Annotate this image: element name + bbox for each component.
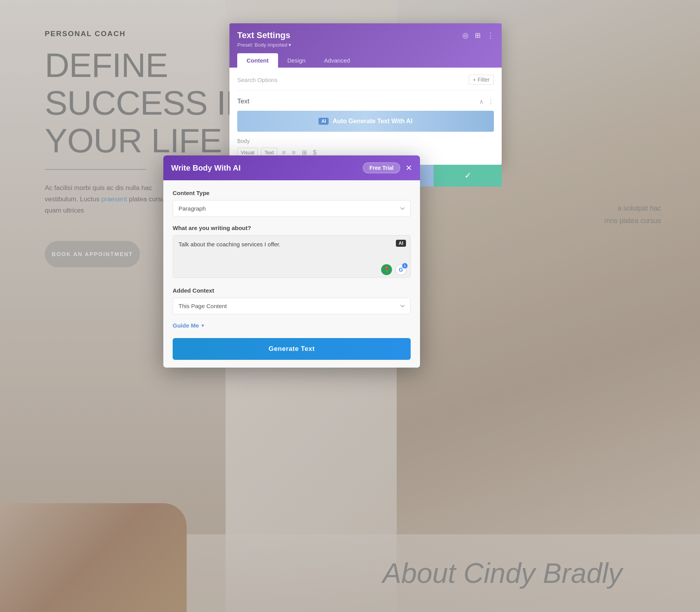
dialog-header: Write Body With AI Free Trial ✕ (163, 155, 420, 180)
collapse-icon[interactable]: ∧ (479, 98, 484, 105)
textarea-bottom-icons: 📍 G 1 (381, 264, 407, 275)
tab-content[interactable]: Content (237, 53, 278, 68)
dialog-close-button[interactable]: ✕ (406, 163, 412, 173)
tab-design[interactable]: Design (278, 53, 315, 68)
search-options[interactable]: Search Options (237, 77, 277, 83)
content-type-select[interactable]: Paragraph List Heading Quote (173, 200, 411, 217)
write-ai-dialog: Write Body With AI Free Trial ✕ Content … (163, 155, 420, 368)
text-section-header: Text ∧ ⋮ (237, 98, 494, 105)
text-section-icons: ∧ ⋮ (479, 98, 494, 105)
text-settings-panel: Text Settings ◎ ⊞ ⋮ Preset: Body importe… (229, 23, 502, 165)
guide-me-row: Guide Me ▾ (173, 322, 411, 329)
context-select[interactable]: This Page Content None Custom (173, 298, 411, 314)
ai-generate-button[interactable]: AI Auto Generate Text With AI (237, 111, 494, 132)
dialog-title: Write Body With AI (171, 164, 241, 173)
panel-header-top: Text Settings ◎ ⊞ ⋮ (237, 30, 494, 40)
panel-tabs: Content Design Advanced (237, 53, 494, 68)
guide-me-link[interactable]: Guide Me (173, 322, 199, 329)
generate-text-button[interactable]: Generate Text (173, 338, 411, 360)
dialog-header-right: Free Trial ✕ (363, 162, 412, 173)
tab-advanced[interactable]: Advanced (315, 53, 359, 68)
grid-icon[interactable]: ⊞ (475, 31, 481, 40)
filter-button[interactable]: + Filter (469, 75, 494, 85)
panel-preset[interactable]: Preset: Body imported ▾ (237, 42, 494, 48)
dialog-body: Content Type Paragraph List Heading Quot… (163, 180, 420, 368)
more2-icon[interactable]: ⋮ (488, 98, 494, 105)
text-section-title: Text (237, 98, 249, 105)
writing-about-label: What are you writing about? (173, 225, 411, 231)
g-badge: 1 (402, 263, 408, 269)
added-context-label: Added Context (173, 287, 411, 294)
free-trial-badge[interactable]: Free Trial (363, 162, 400, 173)
panel-body: Search Options + Filter Text ∧ ⋮ AI Auto… (229, 68, 502, 165)
panel-header-icons: ◎ ⊞ ⋮ (462, 31, 494, 40)
pin-icon[interactable]: 📍 (381, 264, 392, 275)
body-label: Body (237, 138, 494, 144)
textarea-ai-badge: AI (396, 240, 406, 247)
writing-textarea-wrap: Talk about the coaching services I offer… (173, 235, 411, 279)
panel-header: Text Settings ◎ ⊞ ⋮ Preset: Body importe… (229, 23, 502, 68)
target-icon[interactable]: ◎ (462, 31, 469, 40)
search-filter-row: Search Options + Filter (237, 75, 494, 91)
ai-badge: AI (318, 118, 329, 125)
writing-textarea[interactable]: Talk about the coaching services I offer… (173, 235, 411, 278)
google-icon[interactable]: G 1 (395, 264, 407, 275)
content-type-label: Content Type (173, 190, 411, 196)
more-icon[interactable]: ⋮ (487, 31, 494, 40)
ai-generate-label: Auto Generate Text With AI (332, 118, 412, 125)
panel-title: Text Settings (237, 30, 290, 40)
confirm-button[interactable]: ✓ (434, 165, 502, 187)
guide-me-arrow-icon[interactable]: ▾ (201, 323, 204, 328)
